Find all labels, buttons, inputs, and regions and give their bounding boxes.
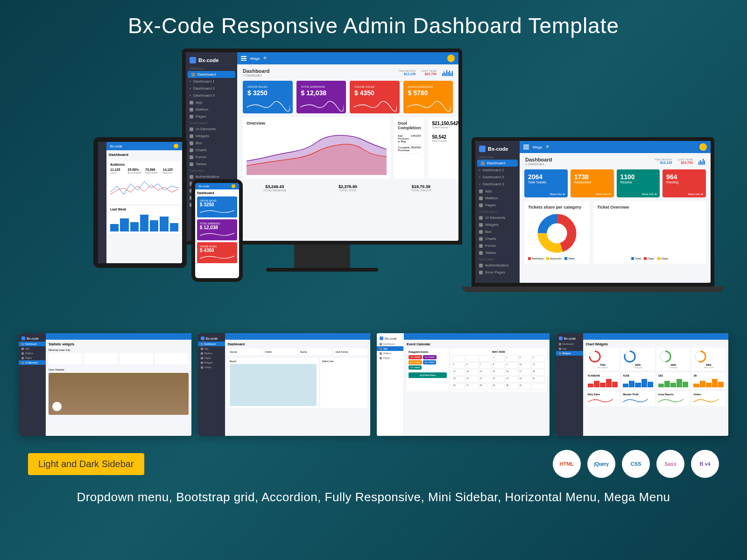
brand: Bx-code — [186, 55, 237, 65]
sidebar-item-app[interactable]: App — [186, 99, 237, 106]
search-icon[interactable]: 🔍 — [263, 56, 268, 61]
sidebar-item-dashboard1[interactable]: Dashboard 1 — [186, 78, 237, 85]
calendar-cell[interactable]: 14 — [479, 369, 492, 376]
calendar-cell[interactable]: 17 — [519, 369, 531, 376]
calendar-cell[interactable]: 7 — [479, 362, 492, 369]
spark-card: 41458240 — [586, 372, 620, 389]
search-icon[interactable]: 🔍 — [546, 145, 550, 149]
user-avatar[interactable] — [447, 55, 455, 62]
calendar-cell[interactable]: 25 — [532, 376, 544, 383]
bar-chart-card: Ticket Overview TotalOpenClose — [593, 201, 706, 264]
forms-icon — [190, 155, 193, 159]
mail-icon — [190, 108, 193, 112]
calendar-cell[interactable]: 23 — [505, 376, 518, 383]
calendar-cell[interactable]: 16 — [505, 369, 518, 376]
calendar-cell[interactable]: 31 — [519, 383, 531, 390]
charts-icon — [190, 148, 193, 152]
calendar-cell[interactable]: 5 — [452, 362, 465, 369]
calendar-cell[interactable] — [452, 355, 465, 362]
calendar-cell[interactable]: 13 — [465, 369, 478, 376]
calendar-cell[interactable]: 9 — [505, 362, 518, 369]
tablet-stat: 25.50%Bounce Rate — [128, 168, 144, 174]
calendar-cell[interactable]: 27 — [465, 383, 478, 390]
event-chip[interactable]: AX LOREM — [423, 360, 437, 364]
calendar-cell[interactable]: 30 — [505, 383, 518, 390]
overview-chart — [247, 128, 387, 175]
tablet-stat: 11,125Users — [110, 168, 126, 174]
stat-card: ONLINE SALES$ 4350 — [350, 81, 400, 113]
calendar-cell[interactable]: 20 — [465, 376, 478, 383]
gauge-card: 55%Sales Profit — [691, 348, 726, 371]
event-chip[interactable]: EX LOREM — [409, 360, 422, 364]
css3-icon: CSS — [622, 450, 650, 478]
calendar-cell[interactable]: 12 — [452, 369, 465, 376]
calendar-cell[interactable]: 19 — [452, 376, 465, 383]
calendar-cell[interactable] — [532, 383, 544, 390]
phone-stat-card: GROSS SALES$ 3250 — [197, 196, 237, 217]
sidebar-item-box[interactable]: Box — [186, 140, 237, 147]
thumb-widgets: Bx-codeDashboardAppMailboxPagesUI Elemen… — [19, 333, 191, 436]
revenue-stat: $2,376.90TOTAL COST — [316, 184, 380, 192]
calendar-cell[interactable]: 4 — [532, 355, 544, 362]
sidebar-item-tables[interactable]: Tables — [186, 161, 237, 168]
main-title: Bx-Code Responsive Admin Dashboard Templ… — [0, 0, 747, 49]
user-avatar[interactable] — [699, 143, 707, 151]
calendar-cell[interactable] — [465, 355, 478, 362]
calendar-cell[interactable]: 21 — [479, 376, 492, 383]
add-event-button[interactable]: Add New Event — [409, 372, 447, 378]
calendar-cell[interactable]: 8 — [492, 362, 505, 369]
stat-last-year: LAST YEAR$22,754 — [421, 70, 437, 76]
calendar-cell[interactable]: 28 — [479, 383, 492, 390]
calendar-cell[interactable] — [479, 355, 492, 362]
mega-menu[interactable]: Mega — [250, 56, 260, 61]
calendar-cell[interactable]: 26 — [452, 383, 465, 390]
calendar-cell[interactable]: 29 — [492, 383, 505, 390]
calendar-cell[interactable]: 6 — [465, 362, 478, 369]
thumb-calendar: Bx-codeDashboardAppMailboxPages Event Ca… — [377, 333, 550, 436]
ticket-card: 1100ResolveMore Info ⊕ — [617, 169, 660, 197]
calendar-cell[interactable]: 18 — [532, 369, 544, 376]
stat-this-month: THIS MONTH$12,125 — [398, 70, 416, 76]
calendar-cell[interactable]: 2 — [505, 355, 518, 362]
spark-card: 4158 — [621, 372, 655, 389]
sidebar-item-widgets[interactable]: Widgets — [186, 133, 237, 140]
calendar-cell[interactable]: 15 — [492, 369, 505, 376]
sidebar-item-forms[interactable]: Forms — [186, 154, 237, 161]
sidebar-item-charts[interactable]: Charts — [186, 147, 237, 154]
calendar-cell[interactable]: 10 — [519, 362, 531, 369]
calendar-cell[interactable]: 3 — [519, 355, 531, 362]
event-chip[interactable]: FX LOREM — [409, 365, 422, 370]
sidebar-badge: Light and Dark Sidebar — [28, 453, 144, 475]
calendar-cell[interactable]: 11 — [532, 362, 544, 369]
phone-stat-card: ONLINE SALES$ 4350 — [197, 242, 237, 263]
breadcrumb: > Dashboard — [243, 74, 269, 77]
sidebar-item-dashboard[interactable]: Dashboard — [188, 71, 235, 78]
event-chip[interactable]: DX LOREM — [423, 355, 437, 359]
ui-icon — [190, 127, 193, 131]
tablet-stat: 14,125Sessions — [163, 168, 179, 174]
sidebar-item-dashboard3[interactable]: Dashboard 3 — [186, 92, 237, 99]
sidebar-item-mailbox[interactable]: Mailbox — [186, 106, 237, 113]
sidebar-section-features: FEATURES — [186, 168, 237, 173]
event-chip[interactable]: CX LOREM — [409, 355, 422, 359]
logo-icon — [190, 57, 196, 63]
sidebar-item-dashboard2[interactable]: Dashboard 2 — [186, 85, 237, 92]
phone-stat-card: TOTAL EARNINGS$ 12,038 — [197, 219, 237, 240]
menu-toggle-icon[interactable] — [241, 56, 247, 61]
sidebar-section-component: COMPONENT — [186, 120, 237, 126]
tablet-frame: Bx-code Dashboard Audience 11,125Users25… — [93, 137, 187, 268]
ticket-card: 1738RespondedMore Info ⊕ — [571, 169, 614, 197]
tables-icon — [190, 162, 193, 166]
menu-toggle-icon[interactable] — [523, 145, 529, 149]
calendar-cell[interactable]: 1 — [492, 355, 505, 362]
calendar-cell[interactable]: 24 — [519, 376, 531, 383]
stat-card: VENUE EARNINGS$ 5780 — [403, 81, 453, 113]
gauge-card: 75%Year projects — [586, 348, 620, 371]
ticket-card: 2064Total TicketsMore Info ⊕ — [524, 169, 568, 197]
devices-showcase: Bx-code PERSONAL Dashboard Dashboard 1 D… — [19, 49, 728, 319]
sidebar-item-ui[interactable]: UI Elements — [186, 126, 237, 133]
dashboard-icon — [191, 73, 195, 77]
mini-chart-card: Member Profit — [621, 391, 655, 406]
calendar-cell[interactable]: 22 — [492, 376, 505, 383]
sidebar-item-pages[interactable]: Pages — [186, 113, 237, 120]
